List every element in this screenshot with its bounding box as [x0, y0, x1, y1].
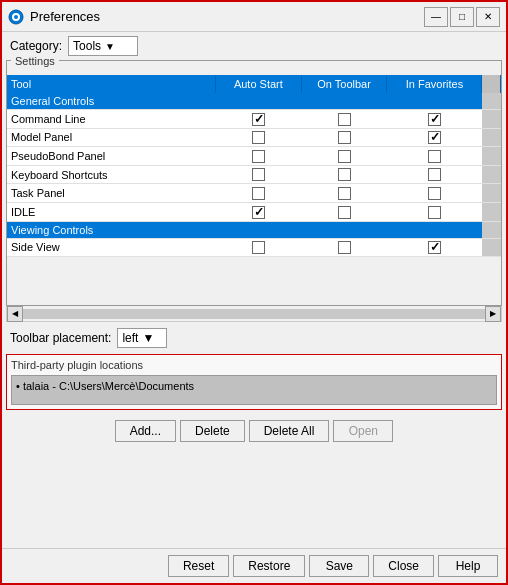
row-scrollbar — [482, 128, 501, 147]
checkbox[interactable] — [338, 206, 351, 219]
delete-all-button[interactable]: Delete All — [249, 420, 330, 442]
reset-button[interactable]: Reset — [168, 555, 229, 577]
svg-point-2 — [14, 15, 18, 19]
header-on-toolbar: On Toolbar — [301, 75, 387, 93]
header-in-favorites: In Favorites — [387, 75, 482, 93]
row-scrollbar — [482, 202, 501, 221]
checkbox[interactable] — [252, 168, 265, 181]
category-dropdown[interactable]: Tools ▼ — [68, 36, 138, 56]
scroll-right-button[interactable]: ▶ — [485, 306, 501, 322]
category-label: Category: — [10, 39, 62, 53]
on-toolbar-cell[interactable] — [301, 128, 387, 147]
category-row: Viewing Controls — [7, 221, 482, 238]
minimize-button[interactable]: — — [424, 7, 448, 27]
auto-start-cell[interactable] — [216, 147, 302, 166]
scroll-left-button[interactable]: ◀ — [7, 306, 23, 322]
plugin-list: • talaia - C:\Users\Mercè\Documents — [11, 375, 497, 405]
placement-arrow: ▼ — [142, 331, 154, 345]
scroll-track[interactable] — [23, 309, 485, 319]
plugin-title: Third-party plugin locations — [11, 359, 497, 371]
checkbox[interactable] — [428, 131, 441, 144]
checkbox[interactable] — [338, 131, 351, 144]
in-favorites-cell[interactable] — [387, 238, 482, 257]
restore-button[interactable]: Restore — [233, 555, 305, 577]
checkbox[interactable] — [252, 187, 265, 200]
category-row: General Controls — [7, 93, 482, 110]
header-scrollbar — [482, 75, 501, 93]
on-toolbar-cell[interactable] — [301, 238, 387, 257]
toolbar-placement-bar: Toolbar placement: left ▼ — [2, 322, 506, 354]
help-button[interactable]: Help — [438, 555, 498, 577]
auto-start-cell[interactable] — [216, 128, 302, 147]
table-container: Tool Auto Start On Toolbar In Favorites … — [7, 75, 501, 305]
header-tool: Tool — [7, 75, 216, 93]
in-favorites-cell[interactable] — [387, 165, 482, 184]
plugin-section: Third-party plugin locations • talaia - … — [6, 354, 502, 410]
checkbox[interactable] — [428, 241, 441, 254]
in-favorites-cell[interactable] — [387, 110, 482, 129]
checkbox[interactable] — [338, 150, 351, 163]
settings-group: Settings Tool Auto Start On Toolbar In F… — [6, 60, 502, 306]
maximize-button[interactable]: □ — [450, 7, 474, 27]
checkbox[interactable] — [252, 150, 265, 163]
header-auto-start: Auto Start — [216, 75, 302, 93]
checkbox[interactable] — [338, 241, 351, 254]
checkbox[interactable] — [428, 150, 441, 163]
in-favorites-cell[interactable] — [387, 202, 482, 221]
auto-start-cell[interactable] — [216, 202, 302, 221]
in-favorites-cell[interactable] — [387, 128, 482, 147]
checkbox[interactable] — [428, 168, 441, 181]
tool-name: Model Panel — [7, 128, 216, 147]
in-favorites-cell[interactable] — [387, 184, 482, 203]
bottom-buttons: Reset Restore Save Close Help — [2, 548, 506, 583]
checkbox[interactable] — [338, 168, 351, 181]
auto-start-cell[interactable] — [216, 110, 302, 129]
save-button[interactable]: Save — [309, 555, 369, 577]
checkbox[interactable] — [252, 206, 265, 219]
close-window-button[interactable]: Close — [373, 555, 434, 577]
auto-start-cell[interactable] — [216, 184, 302, 203]
checkbox[interactable] — [428, 187, 441, 200]
plugin-item: • talaia - C:\Users\Mercè\Documents — [16, 380, 492, 392]
category-arrow: ▼ — [105, 41, 115, 52]
auto-start-cell[interactable] — [216, 238, 302, 257]
category-bar: Category: Tools ▼ — [2, 32, 506, 60]
window-title: Preferences — [30, 9, 424, 24]
row-scrollbar — [482, 110, 501, 129]
delete-button[interactable]: Delete — [180, 420, 245, 442]
title-bar: Preferences — □ ✕ — [2, 2, 506, 32]
on-toolbar-cell[interactable] — [301, 165, 387, 184]
settings-legend: Settings — [11, 55, 59, 67]
horizontal-scrollbar[interactable]: ◀ ▶ — [6, 306, 502, 322]
on-toolbar-cell[interactable] — [301, 184, 387, 203]
row-scrollbar — [482, 147, 501, 166]
checkbox[interactable] — [428, 113, 441, 126]
toolbar-placement-dropdown[interactable]: left ▼ — [117, 328, 167, 348]
checkbox[interactable] — [252, 113, 265, 126]
placement-value: left — [122, 331, 138, 345]
tools-table: Tool Auto Start On Toolbar In Favorites … — [7, 75, 501, 257]
add-button[interactable]: Add... — [115, 420, 176, 442]
tool-name: IDLE — [7, 202, 216, 221]
preferences-window: Preferences — □ ✕ Category: Tools ▼ Sett… — [0, 0, 508, 585]
open-button[interactable]: Open — [333, 420, 393, 442]
tool-name: Task Panel — [7, 184, 216, 203]
in-favorites-cell[interactable] — [387, 147, 482, 166]
on-toolbar-cell[interactable] — [301, 110, 387, 129]
row-scrollbar — [482, 184, 501, 203]
checkbox[interactable] — [338, 113, 351, 126]
plugin-buttons: Add... Delete Delete All Open — [2, 414, 506, 448]
checkbox[interactable] — [252, 241, 265, 254]
auto-start-cell[interactable] — [216, 165, 302, 184]
toolbar-placement-label: Toolbar placement: — [10, 331, 111, 345]
tool-name: Command Line — [7, 110, 216, 129]
close-button[interactable]: ✕ — [476, 7, 500, 27]
checkbox[interactable] — [252, 131, 265, 144]
tool-name: Keyboard Shortcuts — [7, 165, 216, 184]
row-scrollbar — [482, 238, 501, 257]
on-toolbar-cell[interactable] — [301, 147, 387, 166]
checkbox[interactable] — [338, 187, 351, 200]
checkbox[interactable] — [428, 206, 441, 219]
tool-name: PseudoBond Panel — [7, 147, 216, 166]
on-toolbar-cell[interactable] — [301, 202, 387, 221]
